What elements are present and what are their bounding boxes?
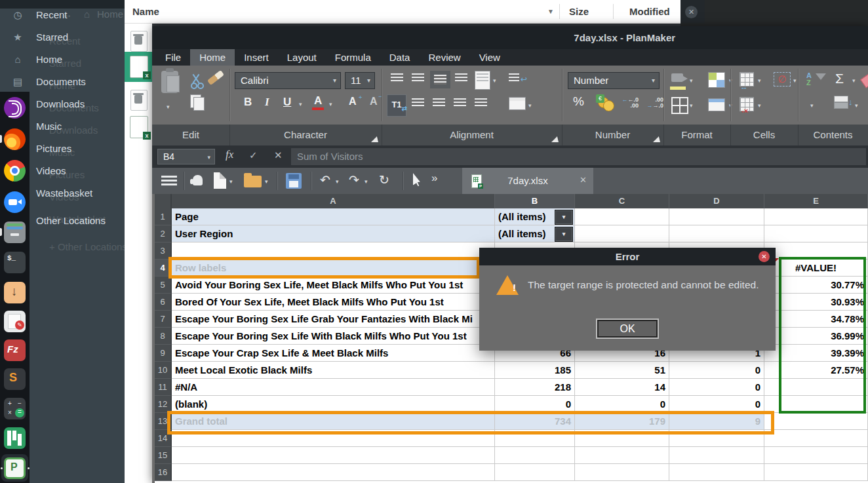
shrink-font-button[interactable]: A (370, 96, 378, 107)
cell-A16[interactable] (172, 464, 495, 481)
cell-E16[interactable] (764, 464, 868, 481)
align-bottom-button[interactable] (434, 75, 446, 85)
sidebar-item-recent[interactable]: ◷Recent (0, 5, 125, 25)
cell-D16[interactable] (669, 464, 764, 481)
cell-E15[interactable] (764, 447, 868, 464)
open-file-dropdown[interactable]: ▾ (265, 178, 268, 185)
cell-D11[interactable]: 0 (669, 379, 764, 396)
format-paintbrush-icon[interactable] (207, 75, 224, 81)
font-color-button[interactable]: A (312, 94, 324, 110)
pivot-filter-dropdown[interactable]: ▾ (555, 227, 573, 242)
tab-insert[interactable]: Insert (235, 49, 278, 66)
pivot-filter-dropdown[interactable]: ▾ (555, 210, 573, 225)
window-titlebar[interactable]: 7day.xlsx - PlanMaker (152, 26, 868, 49)
pointer-tool-icon[interactable] (413, 173, 423, 186)
dock-icon-sublime-text[interactable]: S (4, 368, 26, 390)
grow-font-button[interactable]: A (349, 96, 357, 107)
align-center-button[interactable] (433, 98, 445, 108)
cell-B15[interactable] (495, 447, 575, 464)
dock-icon-filezilla[interactable]: Fz (4, 339, 26, 361)
dock-icon-downloader[interactable]: ↓ (4, 282, 26, 303)
row-header-2[interactable]: 2 (155, 225, 172, 242)
rotate-text-button[interactable]: T1 (387, 94, 406, 117)
borders-button[interactable] (671, 97, 688, 114)
cell-A2[interactable]: User Region (172, 225, 495, 242)
column-header-C[interactable]: C (575, 194, 669, 208)
tab-layout[interactable]: Layout (278, 49, 326, 66)
insert-function-icon[interactable]: fx (226, 148, 233, 161)
open-file-icon[interactable] (244, 176, 262, 187)
italic-button[interactable]: I (265, 96, 269, 109)
row-header-5[interactable]: 5 (155, 277, 172, 294)
tab-close-icon[interactable]: ✕ (580, 175, 587, 185)
column-header-A[interactable]: A (172, 194, 495, 208)
ok-button[interactable]: OK (596, 319, 659, 339)
cell-A8[interactable]: Escape Your Boring Sex Life With Black M… (172, 328, 495, 345)
sort-filter-button[interactable]: AZ (806, 72, 812, 87)
dock-icon-terminal[interactable]: $_ (4, 252, 26, 273)
underline-dropdown[interactable]: ▾ (299, 101, 302, 107)
file-icon-backup-2[interactable] (130, 90, 148, 111)
tab-data[interactable]: Data (380, 49, 420, 66)
tab-view[interactable]: View (470, 49, 509, 66)
autosum-dropdown[interactable]: ▾ (852, 77, 856, 84)
currency-format-button[interactable]: € (598, 97, 609, 108)
cell-B16[interactable] (495, 464, 575, 481)
row-header-16[interactable]: 16 (155, 464, 172, 481)
column-header-E[interactable]: E (764, 194, 868, 208)
hide-cells-dropdown[interactable]: ▾ (793, 77, 797, 84)
justify-button[interactable] (475, 98, 487, 108)
sort-dropdown[interactable]: ▾ (810, 102, 814, 109)
erase-icon[interactable] (860, 69, 868, 88)
cell-D1[interactable] (669, 208, 764, 225)
cell-A7[interactable]: Escape Your Boring Sex Life Grab Your Fa… (172, 311, 495, 328)
save-icon[interactable] (286, 173, 302, 189)
bold-button[interactable]: B (244, 96, 252, 109)
column-modified[interactable]: Modified (629, 0, 670, 23)
cell-E14[interactable] (764, 430, 868, 447)
cell-B1[interactable]: (All items)▾ (495, 208, 575, 225)
dock-icon-tor-browser[interactable] (4, 97, 26, 119)
dock-icon-chrome[interactable] (4, 160, 26, 182)
borders-dropdown[interactable]: ▾ (690, 102, 693, 109)
font-color-dropdown[interactable]: ▾ (329, 101, 332, 107)
remove-decimal-button[interactable]: .00 →→.0 (646, 97, 663, 109)
group-expand-icon[interactable] (653, 136, 660, 142)
cell-B2[interactable]: (All items)▾ (495, 225, 575, 242)
dock-icon-firefox[interactable] (4, 128, 26, 150)
formula-input[interactable]: Sum of Visitors (291, 148, 866, 165)
undo-dropdown[interactable]: ▾ (336, 178, 339, 185)
text-direction-button[interactable] (475, 71, 490, 90)
tab-home[interactable]: Home (190, 49, 235, 66)
new-document-icon[interactable] (214, 172, 226, 189)
format-as-table-button[interactable] (708, 98, 725, 111)
file-icon-backup[interactable] (130, 31, 148, 52)
delete-cells-button[interactable]: -× (740, 97, 754, 111)
number-format-select[interactable]: Number (568, 72, 660, 89)
paste-dropdown[interactable]: ▾ (167, 104, 170, 110)
justify-vertical-button[interactable] (455, 73, 467, 83)
fill-dropdown[interactable]: ▾ (855, 102, 858, 109)
cell-E1[interactable] (764, 208, 868, 225)
cancel-entry-icon[interactable]: ✕ (274, 149, 283, 161)
align-left-button[interactable] (412, 98, 424, 108)
cell-B10[interactable]: 185 (495, 362, 575, 379)
cell-reference-box[interactable]: B4 (157, 149, 215, 164)
text-direction-dropdown[interactable]: ▾ (493, 77, 496, 84)
hide-cells-button[interactable]: ∅ (774, 72, 791, 87)
row-header-9[interactable]: 9 (155, 345, 172, 362)
cell-D10[interactable]: 0 (669, 362, 764, 379)
column-size[interactable]: Size (569, 0, 589, 23)
file-icon-xlsx[interactable]: x (130, 116, 148, 138)
repeat-icon[interactable]: ↻ (379, 174, 389, 186)
add-decimal-button[interactable]: ←←.0 .00 (621, 97, 639, 109)
select-all-corner[interactable] (155, 194, 172, 208)
insert-cells-dropdown[interactable]: ▾ (758, 77, 761, 84)
file-icon-xlsx-selected[interactable]: x (130, 56, 148, 78)
tab-review[interactable]: Review (419, 49, 469, 66)
cell-A1[interactable]: Page (172, 208, 495, 225)
column-name[interactable]: Name (132, 0, 159, 23)
cell-D2[interactable] (669, 225, 764, 242)
cell-A11[interactable]: #N/A (172, 379, 495, 396)
tab-file[interactable]: File (156, 49, 190, 66)
